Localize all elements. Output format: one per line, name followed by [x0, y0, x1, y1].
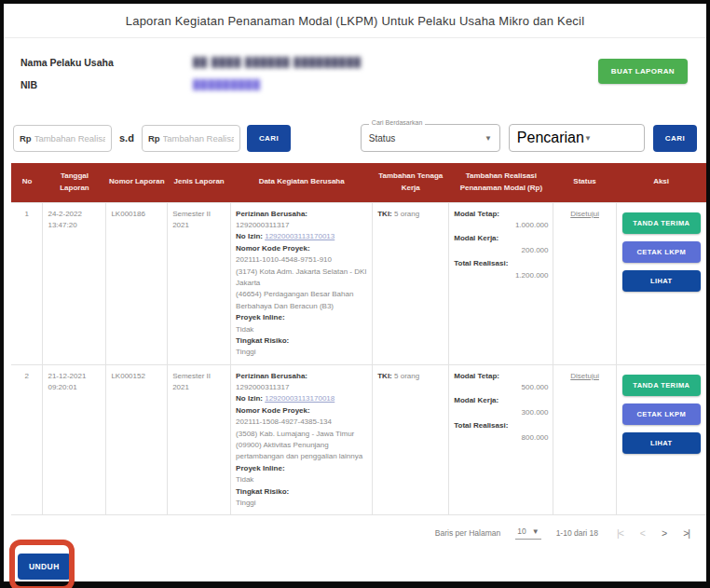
modal-kerja-value: 300.000 — [454, 407, 548, 418]
previous-page-icon[interactable]: < — [640, 527, 645, 539]
filter-bar-right: Cari Berdasarkan Status ▼ Pencarian ▼ CA… — [361, 124, 697, 152]
tanggal-time: 09:20:01 — [48, 382, 101, 393]
next-page-icon[interactable]: > — [662, 527, 666, 539]
lihat-button[interactable]: LIHAT — [622, 270, 701, 292]
pagination-range: 1-10 dari 18 — [556, 528, 598, 538]
last-page-icon[interactable]: >| — [683, 527, 690, 539]
cetak-lkpm-button[interactable]: CETAK LKPM — [622, 241, 701, 263]
cell-modal: Modal Tetap: 500.000 Modal Kerja: 300.00… — [449, 364, 553, 515]
cell-aksi: TANDA TERIMA CETAK LKPM LIHAT — [616, 202, 706, 364]
header-tanggal-laporan: Tanggal Laporan — [43, 163, 106, 202]
cell-jenis-laporan: Semester II 2021 — [168, 364, 231, 515]
pencarian-select[interactable]: Pencarian ▼ — [509, 124, 645, 152]
cell-status: Disetujui — [553, 364, 616, 515]
modal-tetap-value: 500.000 — [454, 382, 548, 393]
kode-proyek-value: 202111-1010-4548-9751-910 — [236, 254, 367, 266]
realisasi-min-input[interactable] — [34, 133, 105, 144]
filter-bar: Rp s.d Rp CARI Cari Berdasarkan Status ▼… — [4, 120, 706, 163]
cell-data-kegiatan: Perizinan Berusaha: 1292000311317 No Izi… — [231, 202, 373, 364]
cell-tanggal: 24-2-2022 13:47:20 — [43, 202, 106, 364]
cell-tki: TKI: 5 orang — [373, 202, 449, 364]
lihat-button[interactable]: LIHAT — [622, 432, 701, 454]
cell-aksi: TANDA TERIMA CETAK LKPM LIHAT — [616, 364, 706, 515]
tingkat-risiko-label: Tingkat Risiko: — [236, 486, 367, 498]
status-link[interactable]: Disetujui — [570, 372, 599, 380]
pencarian-placeholder: Pencarian — [517, 130, 584, 146]
modal-kerja-label: Modal Kerja: — [454, 395, 548, 406]
cell-tanggal: 21-12-2021 09:20:01 — [43, 364, 106, 515]
page-header: Laporan Kegiatan Penanaman Modal (LKPM) … — [4, 4, 706, 38]
table-row: 2 21-12-2021 09:20:01 LK000152 Semester … — [11, 364, 706, 515]
lokasi-value: (3508) Kab. Lumajang - Jawa Timur — [236, 429, 367, 440]
header-aksi: Aksi — [616, 163, 706, 202]
no-izin-label: No Izin: — [236, 232, 263, 240]
rows-per-page-value: 10 — [517, 526, 526, 536]
kbli-value: (09900) Aktivitas Penunjang pertambangan… — [236, 440, 367, 463]
modal-tetap-value: 1.000.000 — [454, 220, 548, 231]
buat-laporan-button[interactable]: BUAT LAPORAN — [598, 59, 688, 84]
modal-tetap-label: Modal Tetap: — [454, 371, 548, 382]
kode-proyek-label: Nomor Kode Proyek: — [236, 243, 367, 254]
nib-row: NIB █████████ — [20, 79, 690, 90]
cari-status-button[interactable]: CARI — [653, 125, 697, 152]
cell-status: Disetujui — [553, 202, 616, 364]
cell-no: 2 — [11, 364, 43, 515]
tanda-terima-button[interactable]: TANDA TERIMA — [622, 212, 701, 234]
modal-kerja-value: 200.000 — [454, 245, 548, 256]
pagination-bar: Baris per Halaman 10 ▼ 1-10 dari 18 |< <… — [4, 515, 706, 545]
cell-tki: TKI: 5 orang — [373, 364, 449, 515]
pagination-nav: |< < > >| — [617, 527, 690, 539]
kode-proyek-label: Nomor Kode Proyek: — [236, 405, 367, 417]
lkpm-page: Laporan Kegiatan Penanaman Modal (LKPM) … — [4, 4, 706, 581]
perizinan-value: 1292000311317 — [236, 220, 367, 231]
nib-label: NIB — [20, 79, 193, 90]
unduh-button[interactable]: UNDUH — [18, 554, 71, 580]
cari-berdasarkan-label: Cari Berdasarkan — [369, 119, 425, 126]
rows-per-page-select[interactable]: 10 ▼ — [515, 526, 540, 540]
total-realisasi-label: Total Realisasi: — [454, 420, 548, 431]
no-izin-link[interactable]: 12920003113170013 — [265, 232, 335, 240]
modal-kerja-label: Modal Kerja: — [454, 233, 548, 244]
realisasi-max-input[interactable] — [163, 133, 234, 144]
cari-berdasarkan-select[interactable]: Cari Berdasarkan Status ▼ — [361, 124, 500, 152]
tanda-terima-button[interactable]: TANDA TERIMA — [622, 375, 701, 396]
tki-value: 5 orang — [394, 372, 419, 380]
realisasi-max-field[interactable]: Rp — [142, 125, 240, 152]
rows-per-page-label: Baris per Halaman — [435, 528, 500, 538]
proyek-inline-value: Tidak — [236, 474, 367, 485]
rp-prefix: Rp — [148, 133, 160, 144]
status-link[interactable]: Disetujui — [570, 210, 599, 218]
tingkat-risiko-value: Tinggi — [236, 498, 367, 509]
nib-value-link[interactable]: █████████ — [193, 79, 261, 90]
total-realisasi-value: 800.000 — [454, 432, 548, 444]
company-info-section: Nama Pelaku Usaha ██ ████ ██████ ███████… — [4, 38, 706, 120]
perizinan-label: Perizinan Berusaha: — [236, 371, 367, 382]
cari-range-button[interactable]: CARI — [247, 125, 291, 152]
total-realisasi-label: Total Realisasi: — [454, 258, 548, 269]
modal-tetap-label: Modal Tetap: — [454, 209, 548, 220]
first-page-icon[interactable]: |< — [617, 527, 623, 539]
header-tambahan-tenaga-kerja: Tambahan Tenaga Kerja — [373, 163, 449, 202]
total-realisasi-value: 1.200.000 — [454, 270, 548, 281]
lkpm-report-table: No Tanggal Laporan Nomor Laporan Jenis L… — [11, 163, 706, 515]
cari-berdasarkan-value: Status — [369, 133, 485, 144]
screenshot-frame: Laporan Kegiatan Penanaman Modal (LKPM) … — [0, 0, 710, 588]
nama-pelaku-usaha-label: Nama Pelaku Usaha — [20, 57, 193, 68]
kode-proyek-value: 202111-1508-4927-4385-134 — [236, 417, 367, 428]
tingkat-risiko-value: Tinggi — [236, 347, 367, 358]
realisasi-min-field[interactable]: Rp — [13, 125, 112, 152]
tingkat-risiko-label: Tingkat Risiko: — [236, 335, 367, 347]
table-header-row: No Tanggal Laporan Nomor Laporan Jenis L… — [11, 163, 706, 202]
cetak-lkpm-button[interactable]: CETAK LKPM — [622, 403, 701, 425]
tanggal-date: 21-12-2021 — [48, 371, 101, 382]
chevron-down-icon: ▼ — [532, 527, 539, 536]
proyek-inline-label: Proyek Inline: — [236, 463, 367, 474]
cell-nomor-laporan: LK000186 — [106, 202, 168, 364]
nama-pelaku-usaha-value: ██ ████ ██████ █████████ — [193, 57, 362, 68]
footer-actions: UNDUH — [4, 545, 706, 582]
header-no: No — [11, 163, 43, 202]
cell-nomor-laporan: LK000152 — [106, 364, 168, 515]
header-tambahan-realisasi: Tambahan Realisasi Penanaman Modal (Rp) — [449, 163, 553, 202]
no-izin-link[interactable]: 12920003113170018 — [265, 394, 335, 403]
no-izin-label: No Izin: — [236, 394, 263, 403]
